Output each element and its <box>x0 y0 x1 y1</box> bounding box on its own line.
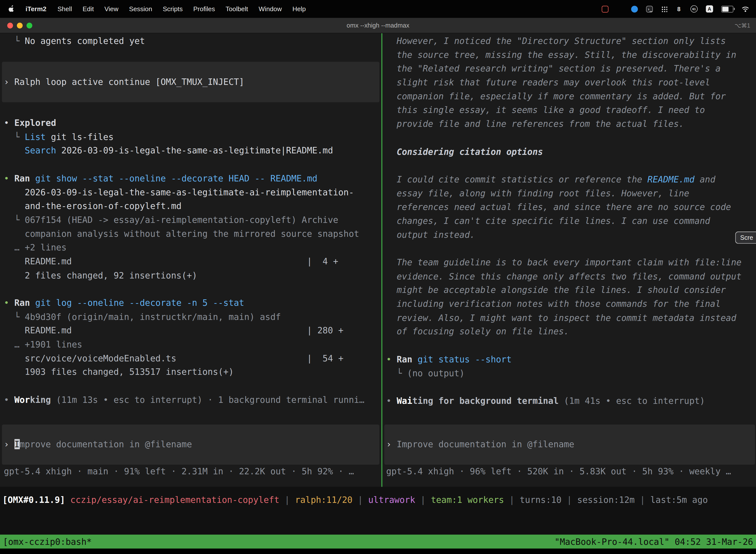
menu-item-shell[interactable]: Shell <box>52 5 77 12</box>
menu-item-window[interactable]: Window <box>253 5 287 12</box>
text-segment <box>30 297 35 308</box>
terminal-line: the source tree, missing the essay. Stil… <box>386 48 755 62</box>
keypad-icon[interactable]: 8 <box>675 5 682 12</box>
agents-status-line: └ No agents completed yet <box>4 34 381 48</box>
menu-item-view[interactable]: View <box>99 5 124 12</box>
blank-line <box>386 159 755 173</box>
text-segment: last:5m ago <box>650 494 708 505</box>
text-segment: • <box>4 173 14 183</box>
terminal-line: the "Related research writing" section i… <box>386 62 755 76</box>
screen-overlay-chip[interactable]: Scre <box>736 232 756 244</box>
menu-item-help[interactable]: Help <box>287 5 311 12</box>
text-segment <box>4 146 25 156</box>
text-segment: Ran <box>14 173 30 183</box>
text-segment: ting for background terminal <box>412 396 559 406</box>
apple-logo-icon <box>8 4 15 13</box>
window-bottom-strip <box>0 549 756 554</box>
menu-item-profiles[interactable]: Profiles <box>188 5 220 12</box>
text-segment: › <box>4 439 14 449</box>
text-segment: • <box>4 395 14 405</box>
text-segment: Wor <box>14 395 30 405</box>
text-segment: | <box>353 494 368 505</box>
terminal-line: changes, I can't cite specific file line… <box>386 214 755 228</box>
prompt-box-line: › Ralph loop active continue [OMX_TMUX_I… <box>4 75 244 89</box>
wifi-icon[interactable] <box>742 6 749 12</box>
text-segment: I could cite commit statistics or refere… <box>386 174 647 184</box>
blank-line <box>4 282 381 296</box>
text-segment: (11m 13s • esc to interrupt) · 1 backgro… <box>51 395 364 405</box>
text-segment: 2026-03-09-is-legal-the-same-as-legitima… <box>4 187 354 197</box>
text-segment: Explored <box>14 118 56 128</box>
text-segment: evidence. Since this change only affects… <box>386 271 741 281</box>
text-segment <box>412 354 418 364</box>
text-segment: changes, I can't cite specific file line… <box>386 216 710 226</box>
terminal-line: The team guideline is to back every impo… <box>386 256 755 270</box>
text-segment: and-the-erosion-of-copyleft.md <box>4 201 182 211</box>
text-segment: this single essay, it seems like a good … <box>386 105 705 115</box>
text-segment: 2 files changed, 92 insertions(+) <box>4 270 197 280</box>
battery-icon[interactable] <box>721 5 734 12</box>
menu-item-iterm2[interactable]: iTerm2 <box>20 5 52 12</box>
text-segment: the source tree, missing the essay. Stil… <box>386 50 736 60</box>
text-segment: git log --oneline --decorate -n 5 --stat <box>35 297 244 308</box>
text-segment: └ <box>4 312 25 322</box>
text-segment: › <box>4 77 14 87</box>
text-segment: | <box>415 494 431 505</box>
terminal-line: including verification notes with those … <box>386 297 755 311</box>
prompt-box-line: › Improve documentation in @filename <box>386 438 574 451</box>
terminal-app-icon[interactable] <box>646 5 653 12</box>
menu-item-scripts[interactable]: Scripts <box>158 5 188 12</box>
input-source-icon[interactable]: A <box>706 5 713 12</box>
dots-grid-icon[interactable] <box>661 6 667 12</box>
omx-status-line-text: [OMX#0.11.9] cczip/essay/ai-reimplementa… <box>2 493 756 507</box>
tmux-session-window: [omx-cczip0:bash* <box>3 535 92 549</box>
apple-menu[interactable] <box>0 4 20 13</box>
text-segment: companion analysis without altering the … <box>4 229 359 239</box>
text-segment: 1903 files changed, 513517 insertions(+) <box>4 367 234 377</box>
window-titlebar: omx --xhigh --madmax ⌥⌘1 <box>0 18 756 33</box>
terminal-line: of focusing solely on file lines. <box>386 325 755 339</box>
text-segment: 2026-03-09-is-legal-the-same-as-legitima… <box>56 146 333 156</box>
text-segment: essay file, along with finding root file… <box>386 188 689 198</box>
text-segment: README.md <box>647 174 694 184</box>
terminal-line: 1903 files changed, 513517 insertions(+) <box>4 365 381 379</box>
right-pane: However, I noticed the "Directory Struct… <box>382 33 755 487</box>
terminal-line: might be acceptable alongside the file l… <box>386 283 755 297</box>
text-segment: 067f154 (HEAD -> essay/ai-reimplementati… <box>25 215 338 225</box>
prompt-input-box[interactable]: › Improve documentation in @filename <box>2 425 379 464</box>
menu-item-edit[interactable]: Edit <box>77 5 99 12</box>
terminal-line: companion analysis without altering the … <box>4 227 381 241</box>
text-segment: README.md | 280 + <box>4 325 343 336</box>
text-segment: └ <box>4 131 25 142</box>
terminal: └ No agents completed yet› Ralph loop ac… <box>0 33 756 487</box>
prompt-box-line: › Improve documentation in @filename <box>4 437 192 451</box>
close-button[interactable] <box>7 22 13 28</box>
terminal-line: review. Also, I might want to inspect th… <box>386 311 755 325</box>
text-segment: | <box>562 494 577 505</box>
menu-item-session[interactable]: Session <box>124 5 158 12</box>
blue-app-icon[interactable] <box>631 5 638 12</box>
terminal-line: references need actual files, and since … <box>386 200 755 214</box>
zoom-button[interactable] <box>26 22 32 28</box>
battery-gauge-icon[interactable]: 61 <box>691 5 698 12</box>
terminal-line: 2 files changed, 92 insertions(+) <box>4 269 381 282</box>
terminal-line: Search 2026-03-09-is-legal-the-same-as-l… <box>4 144 381 158</box>
prompt-input-box[interactable]: › Improve documentation in @filename <box>384 425 755 464</box>
screen-recording-stop-icon[interactable] <box>602 5 609 12</box>
text-segment: of focusing solely on file lines. <box>386 326 569 337</box>
window-grid-icon[interactable] <box>617 6 623 12</box>
screen: iTerm2 Shell Edit View Session Scripts P… <box>0 0 756 554</box>
menu-bar: iTerm2 Shell Edit View Session Scripts P… <box>0 0 756 18</box>
text-segment: I <box>14 439 19 449</box>
text-segment: src/voice/voiceModeEnabled.ts | 54 + <box>4 353 343 363</box>
terminal-line: this single essay, it seems like a good … <box>386 104 755 117</box>
menu-item-toolbelt[interactable]: Toolbelt <box>220 5 253 12</box>
text-segment: • <box>4 297 14 308</box>
text-segment: mprove documentation in @filename <box>19 439 192 449</box>
text-segment: Ran <box>397 354 412 364</box>
window-title: omx --xhigh --madmax <box>0 21 756 29</box>
text-segment: └ <box>4 36 25 46</box>
ralph-loop-box[interactable]: › Ralph loop active continue [OMX_TMUX_I… <box>2 62 379 103</box>
minimize-button[interactable] <box>17 22 22 28</box>
model-status-line: gpt-5.4 xhigh · 96% left · 520K in · 5.8… <box>386 464 755 478</box>
